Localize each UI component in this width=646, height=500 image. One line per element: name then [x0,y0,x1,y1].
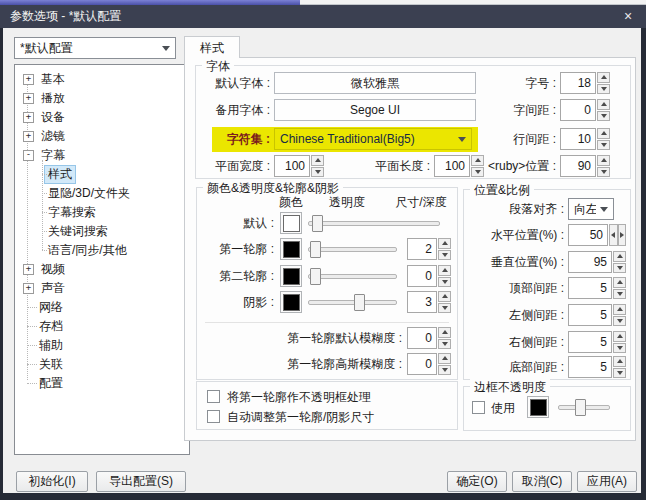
horizontal-position-spinner[interactable]: 50 [568,224,626,246]
vertical-position-spinner[interactable]: 95 [568,251,626,273]
outline1-size-input[interactable]: 2 [407,238,437,260]
sidebar-item-subtitle[interactable]: -字幕 [15,146,189,165]
plane-width-input[interactable]: 100 [274,155,310,177]
initialize-button[interactable]: 初始化(I) [16,471,88,492]
slider-thumb[interactable] [310,268,321,285]
spin-down-button[interactable] [438,365,451,376]
border-use-checkbox[interactable] [472,401,485,414]
spin-up-button[interactable] [438,353,451,364]
spin-down-button[interactable] [597,140,610,151]
spin-down-button[interactable] [597,167,610,178]
spin-down-button[interactable] [613,343,626,354]
sidebar-item-style[interactable]: 样式 [15,165,189,184]
bottom-margin-spinner[interactable]: 5 [568,356,626,378]
spin-left-button[interactable] [609,224,618,246]
slider-thumb[interactable] [575,399,586,416]
expand-icon[interactable]: + [23,93,34,104]
sidebar-item-assist[interactable]: 辅助 [15,336,189,355]
shadow-opacity-slider[interactable] [308,291,397,313]
spin-up-button[interactable] [613,277,626,288]
spin-up-button[interactable] [613,304,626,315]
default-opacity-slider[interactable] [308,212,440,234]
spin-up-button[interactable] [471,155,484,166]
bottom-margin-input[interactable]: 5 [568,356,612,378]
spin-up-button[interactable] [613,331,626,342]
spin-up-button[interactable] [438,265,451,276]
line-spacing-input[interactable]: 10 [560,128,596,150]
blur-default-spinner[interactable]: 0 [407,327,451,349]
slider-thumb[interactable] [310,241,321,258]
outline2-size-input[interactable]: 0 [407,265,437,287]
expand-icon[interactable]: + [23,112,34,123]
spin-down-button[interactable] [471,167,484,178]
spin-down-button[interactable] [613,289,626,300]
spin-up-button[interactable] [438,327,451,338]
sidebar-item-basic[interactable]: +基本 [15,70,189,89]
left-margin-spinner[interactable]: 5 [568,304,626,326]
sidebar-item-playback[interactable]: +播放 [15,89,189,108]
charset-combobox[interactable]: Chinese Traditional(Big5) [274,128,472,150]
spin-down-button[interactable] [438,277,451,288]
sidebar-item-show-hide-3d-folder[interactable]: 显隐/3D/文件夹 [15,184,189,203]
outline1-color-swatch[interactable] [280,238,302,260]
vertical-position-input[interactable]: 95 [568,251,612,273]
preset-combobox[interactable]: *默认配置 [14,37,176,59]
spin-down-button[interactable] [438,339,451,350]
slider-thumb[interactable] [354,294,365,311]
spin-down-button[interactable] [597,111,610,122]
spin-up-button[interactable] [613,251,626,262]
spin-down-button[interactable] [613,316,626,327]
char-spacing-input[interactable]: 0 [560,99,596,121]
blur-gauss-spinner[interactable]: 0 [407,353,451,375]
top-margin-input[interactable]: 5 [568,277,612,299]
shadow-size-spinner[interactable]: 3 [407,291,451,313]
spin-down-button[interactable] [613,368,626,379]
outline1-size-spinner[interactable]: 2 [407,238,451,260]
right-margin-spinner[interactable]: 5 [568,331,626,353]
spin-up-button[interactable] [597,99,610,110]
collapse-icon[interactable]: - [23,150,34,161]
sidebar-item-filter[interactable]: +滤镜 [15,127,189,146]
spin-up-button[interactable] [311,155,324,166]
spin-up-button[interactable] [438,238,451,249]
ok-button[interactable]: 确定(O) [447,471,507,492]
spin-up-button[interactable] [597,72,610,83]
sidebar-item-audio[interactable]: +声音 [15,279,189,298]
plane-length-input[interactable]: 100 [434,155,470,177]
font-size-spinner[interactable]: 18 [560,72,610,94]
apply-button[interactable]: 应用(A) [577,471,637,492]
border-opacity-slider[interactable] [558,396,610,418]
outline2-opacity-slider[interactable] [308,265,397,287]
dialog-titlebar[interactable]: 参数选项 - *默认配置 × [0,5,646,28]
shadow-color-swatch[interactable] [280,291,302,313]
outline2-size-spinner[interactable]: 0 [407,265,451,287]
sidebar-item-config[interactable]: 配置 [15,374,189,393]
spin-down-button[interactable] [597,84,610,95]
ruby-position-spinner[interactable]: 90 [560,155,610,177]
default-color-swatch[interactable] [280,212,302,234]
sidebar-item-subtitle-search[interactable]: 字幕搜索 [15,203,189,222]
top-margin-spinner[interactable]: 5 [568,277,626,299]
slider-thumb[interactable] [312,215,323,232]
spin-down-button[interactable] [438,250,451,261]
shadow-size-input[interactable]: 3 [407,291,437,313]
spin-down-button[interactable] [613,263,626,274]
blur-default-input[interactable]: 0 [407,327,437,349]
right-margin-input[interactable]: 5 [568,331,612,353]
fallback-font-button[interactable]: Segoe UI [274,99,476,121]
spin-down-button[interactable] [311,167,324,178]
expand-icon[interactable]: + [23,74,34,85]
char-spacing-spinner[interactable]: 0 [560,99,610,121]
spin-up-button[interactable] [597,155,610,166]
plane-length-spinner[interactable]: 100 [434,155,484,177]
cancel-button[interactable]: 取消(C) [512,471,572,492]
horizontal-position-input[interactable]: 50 [568,224,608,246]
line-spacing-spinner[interactable]: 10 [560,128,610,150]
tab-style[interactable]: 样式 [184,36,240,58]
font-size-input[interactable]: 18 [560,72,596,94]
outline1-opacity-slider[interactable] [308,238,397,260]
border-color-swatch[interactable] [527,396,549,418]
auto-adjust-checkbox[interactable] [207,410,220,423]
expand-icon[interactable]: + [23,131,34,142]
expand-icon[interactable]: + [23,264,34,275]
